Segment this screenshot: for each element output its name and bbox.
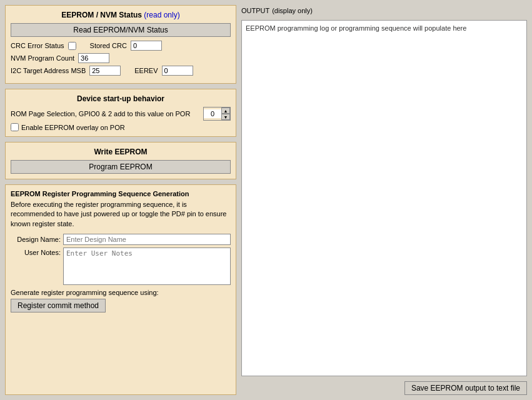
nvm-program-count-label: NVM Program Count (11, 54, 74, 62)
eeprom-status-title-text: EEPROM / NVM Status (61, 11, 142, 19)
overlay-label: Enable EEPROM overlay on POR (21, 124, 125, 131)
eeprom-status-title: EEPROM / NVM Status (read only) (11, 11, 231, 19)
output-box: EEPROM programming log or programming se… (241, 20, 527, 376)
left-panel: EEPROM / NVM Status (read only) Read EEP… (5, 5, 236, 395)
crc-error-row: CRC Error Status Stored CRC (11, 41, 231, 51)
eerev-input[interactable] (162, 66, 193, 76)
device-startup-title: Device start-up behavior (11, 94, 231, 103)
stored-crc-label: Stored CRC (90, 42, 127, 49)
crc-error-label: CRC Error Status (11, 42, 64, 49)
write-eeprom-section: Write EEPROM Program EEPROM (5, 142, 236, 179)
right-panel: OUTPUT (display only) EEPROM programming… (241, 5, 527, 395)
overlay-checkbox[interactable] (11, 123, 19, 131)
user-notes-label: User Notes: (11, 248, 61, 256)
design-name-label: Design Name: (11, 236, 61, 243)
design-name-row: Design Name: (11, 234, 231, 245)
register-commit-button[interactable]: Register commit method (11, 299, 106, 312)
stored-crc-input[interactable] (131, 41, 162, 51)
eeprom-status-section: EEPROM / NVM Status (read only) Read EEP… (5, 5, 236, 84)
nvm-program-count-input[interactable] (78, 53, 109, 63)
program-eeprom-button[interactable]: Program EEPROM (11, 160, 231, 174)
spinner-down-button[interactable]: ▼ (221, 114, 230, 120)
main-container: EEPROM / NVM Status (read only) Read EEP… (0, 0, 532, 400)
rom-row: ROM Page Selection, GPIO0 & 2 add to thi… (11, 107, 231, 121)
read-only-label: (read only) (144, 11, 179, 19)
rom-spinner[interactable]: ▲ ▼ (203, 107, 231, 121)
nvm-count-row: NVM Program Count (11, 53, 231, 63)
write-eeprom-title: Write EEPROM (11, 148, 231, 156)
i2c-row: I2C Target Address MSB EEREV (11, 66, 231, 76)
i2c-target-input[interactable] (89, 66, 121, 76)
spinner-buttons: ▲ ▼ (221, 108, 230, 120)
output-placeholder-text: EEPROM programming log or programming se… (246, 24, 466, 32)
reg-programming-title: EEPROM Register Programming Sequence Gen… (11, 190, 231, 198)
overlay-row: Enable EEPROM overlay on POR (11, 123, 231, 131)
i2c-target-label: I2C Target Address MSB (11, 67, 86, 74)
output-header: OUTPUT (display only) (241, 5, 527, 15)
user-notes-row: User Notes: (11, 248, 231, 285)
device-startup-section: Device start-up behavior ROM Page Select… (5, 89, 236, 137)
reg-programming-desc: Before executing the register programmin… (11, 200, 231, 229)
read-eeprom-button[interactable]: Read EEPROM/NVM Status (11, 23, 231, 37)
generate-label: Generate register programming sequence u… (11, 289, 231, 296)
eerev-label: EEREV (134, 67, 158, 74)
reg-programming-section: EEPROM Register Programming Sequence Gen… (5, 184, 236, 395)
rom-label: ROM Page Selection, GPIO0 & 2 add to thi… (11, 110, 190, 118)
output-display-only: (display only) (272, 7, 313, 14)
crc-error-checkbox[interactable] (68, 42, 76, 50)
output-title: OUTPUT (241, 7, 269, 14)
rom-value-input[interactable] (204, 109, 221, 118)
save-eeprom-button[interactable]: Save EEPROM output to text file (404, 381, 527, 395)
user-notes-textarea[interactable] (63, 248, 231, 285)
spinner-up-button[interactable]: ▲ (221, 108, 230, 114)
design-name-input[interactable] (63, 234, 231, 245)
